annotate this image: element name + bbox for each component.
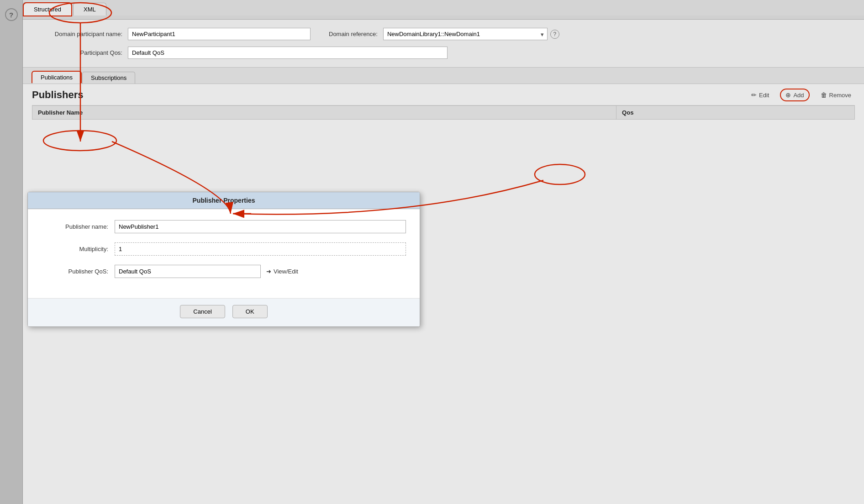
dialog-title-bar: Publisher Properties [28,192,420,209]
view-edit-arrow-icon: ➜ [266,268,271,275]
multiplicity-input[interactable] [115,242,406,256]
dialog-footer: Cancel OK [28,298,420,326]
publisher-name-label: Publisher name: [42,223,115,230]
dialog-title: Publisher Properties [193,197,255,204]
ok-button[interactable]: OK [232,305,268,318]
publisher-name-row: Publisher name: [42,220,406,233]
cancel-button[interactable]: Cancel [180,305,225,318]
dialog-body: Publisher name: Multiplicity: Publisher … [28,209,420,298]
dialog-overlay: Publisher Properties Publisher name: Mul… [0,0,864,504]
dialog-box: Publisher Properties Publisher name: Mul… [27,192,420,327]
publisher-qos-row: Publisher QoS: ➜ View/Edit [42,265,406,278]
multiplicity-label: Multiplicity: [42,246,115,252]
publisher-qos-label: Publisher QoS: [42,268,115,275]
view-edit-button[interactable]: ➜ View/Edit [266,268,298,275]
publisher-qos-input[interactable] [115,265,261,278]
multiplicity-row: Multiplicity: [42,242,406,256]
main-area: ? Structured XML Domain participant name… [0,0,864,504]
publisher-name-input[interactable] [115,220,406,233]
